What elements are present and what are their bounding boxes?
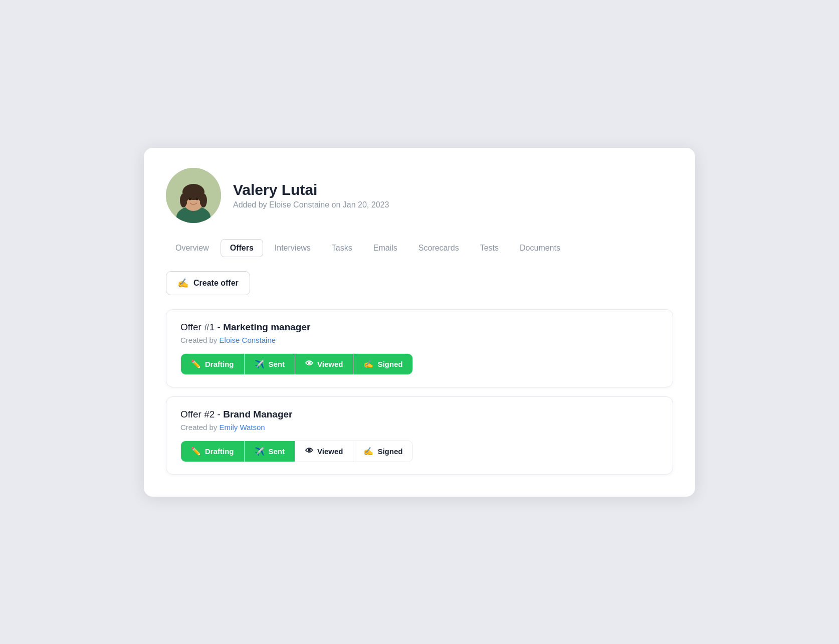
offer-1-created: Created by Eloise Constaine xyxy=(180,336,659,344)
offer-1-step-sent[interactable]: ✈️ Sent xyxy=(244,354,295,374)
profile-subtitle: Added by Eloise Constaine on Jan 20, 202… xyxy=(233,200,389,209)
offer-1-title: Offer #1 - Marketing manager xyxy=(180,322,659,333)
signed-label-2: Signed xyxy=(377,447,402,456)
signed-icon: ✍️ xyxy=(363,359,373,369)
tab-tests[interactable]: Tests xyxy=(471,239,508,257)
tab-offers[interactable]: Offers xyxy=(221,239,263,257)
main-card: Valery Lutai Added by Eloise Constaine o… xyxy=(144,148,695,497)
sent-icon: ✈️ xyxy=(255,359,265,369)
viewed-icon-2: 👁 xyxy=(305,447,313,456)
offer-2-bold: Brand Manager xyxy=(223,409,292,419)
sent-icon-2: ✈️ xyxy=(255,447,265,456)
svg-point-8 xyxy=(183,195,189,201)
viewed-icon: 👁 xyxy=(305,359,313,368)
viewed-label-2: Viewed xyxy=(317,447,343,456)
offer-2-title: Offer #2 - Brand Manager xyxy=(180,409,659,420)
offer-2-created: Created by Emily Watson xyxy=(180,423,659,432)
offer-2-created-label: Created by xyxy=(180,423,220,432)
offer-1-bold: Marketing manager xyxy=(223,322,310,332)
create-offer-button[interactable]: ✍️ Create offer xyxy=(166,271,250,295)
offer-2-prefix: Offer #2 - xyxy=(180,409,223,419)
signed-label: Signed xyxy=(377,360,402,368)
sent-label: Sent xyxy=(269,360,285,368)
profile-header: Valery Lutai Added by Eloise Constaine o… xyxy=(166,168,673,223)
offer-1-prefix: Offer #1 - xyxy=(180,322,223,332)
offer-2-step-sent[interactable]: ✈️ Sent xyxy=(244,441,295,462)
drafting-label-2: Drafting xyxy=(205,447,234,456)
create-offer-icon: ✍️ xyxy=(177,278,188,289)
tab-documents[interactable]: Documents xyxy=(510,239,570,257)
offers-list: Offer #1 - Marketing manager Created by … xyxy=(166,309,673,475)
svg-point-10 xyxy=(182,200,187,205)
drafting-label: Drafting xyxy=(205,360,234,368)
create-offer-label: Create offer xyxy=(193,279,239,288)
profile-info: Valery Lutai Added by Eloise Constaine o… xyxy=(233,181,389,209)
offer-2-creator-link[interactable]: Emily Watson xyxy=(220,423,265,432)
offer-card-1: Offer #1 - Marketing manager Created by … xyxy=(166,309,673,387)
signed-icon-2: ✍️ xyxy=(363,447,373,456)
drafting-icon: ✏️ xyxy=(191,359,201,369)
offer-1-status-bar: ✏️ Drafting ✈️ Sent 👁 Viewed ✍️ Signed xyxy=(180,353,413,375)
offer-card-2: Offer #2 - Brand Manager Created by Emil… xyxy=(166,396,673,475)
tab-interviews[interactable]: Interviews xyxy=(265,239,320,257)
svg-point-13 xyxy=(196,197,198,200)
candidate-name: Valery Lutai xyxy=(233,181,389,198)
tab-scorecards[interactable]: Scorecards xyxy=(409,239,469,257)
offer-1-step-drafting[interactable]: ✏️ Drafting xyxy=(181,354,244,374)
offer-2-status-bar: ✏️ Drafting ✈️ Sent 👁 Viewed ✍️ Signed xyxy=(180,441,413,462)
offer-1-step-signed[interactable]: ✍️ Signed xyxy=(353,354,412,374)
svg-point-11 xyxy=(200,200,205,205)
offer-1-created-label: Created by xyxy=(180,336,220,344)
tab-overview[interactable]: Overview xyxy=(166,239,219,257)
offer-1-creator-link[interactable]: Eloise Constaine xyxy=(220,336,276,344)
drafting-icon-2: ✏️ xyxy=(191,447,201,456)
svg-point-12 xyxy=(189,197,191,200)
offer-2-step-signed[interactable]: ✍️ Signed xyxy=(353,441,412,462)
viewed-label: Viewed xyxy=(317,360,343,368)
offer-1-step-viewed[interactable]: 👁 Viewed xyxy=(295,354,353,374)
tab-tasks[interactable]: Tasks xyxy=(322,239,362,257)
avatar xyxy=(166,168,221,223)
tabs: Overview Offers Interviews Tasks Emails … xyxy=(166,239,673,257)
svg-point-9 xyxy=(198,195,204,201)
tab-emails[interactable]: Emails xyxy=(364,239,407,257)
offer-2-step-viewed[interactable]: 👁 Viewed xyxy=(295,441,353,462)
offer-2-step-drafting[interactable]: ✏️ Drafting xyxy=(181,441,244,462)
sent-label-2: Sent xyxy=(269,447,285,456)
